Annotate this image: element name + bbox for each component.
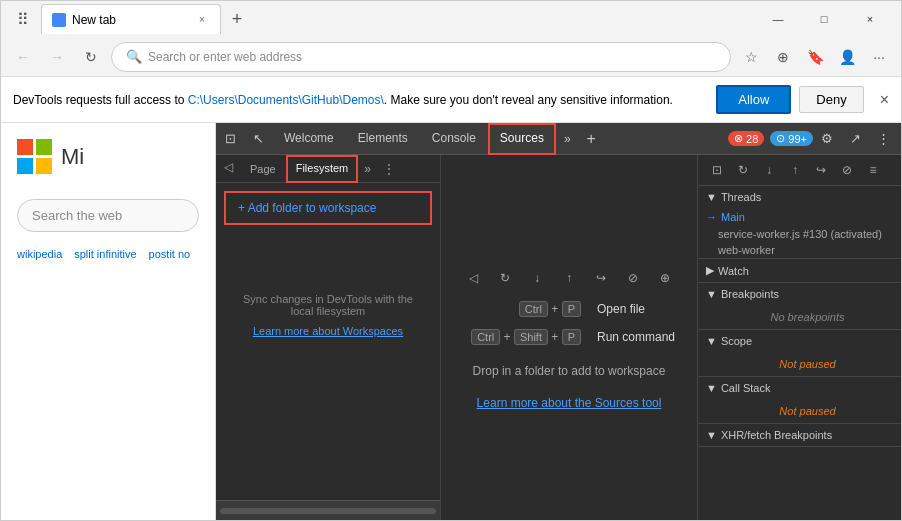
notification-bar: DevTools requests full access to C:\User… — [1, 77, 901, 123]
run-command-label: Run command — [597, 330, 675, 344]
shortcut-open-file: Ctrl + P Open file — [461, 302, 677, 316]
responsive-icon[interactable]: ⊡ — [216, 125, 244, 153]
add-folder-label: + Add folder to workspace — [238, 201, 376, 215]
threads-header[interactable]: ▼ Threads — [698, 186, 901, 208]
sources-extra-icon[interactable]: ⊕ — [653, 266, 677, 290]
logo-green — [36, 139, 52, 155]
quick-link-postit[interactable]: postit no — [149, 248, 191, 260]
sources-pause-icon[interactable]: ⊘ — [621, 266, 645, 290]
deny-button[interactable]: Deny — [799, 86, 863, 113]
search-box[interactable]: Search the web — [17, 199, 199, 232]
page-content: Mi Search the web wikipedia split infini… — [1, 123, 216, 520]
thread-service-worker[interactable]: service-worker.js #130 (activated) — [698, 226, 901, 242]
thread-main[interactable]: → Main — [698, 208, 901, 226]
call-stack-header[interactable]: ▼ Call Stack — [698, 377, 901, 399]
bookmark-icon[interactable]: 🔖 — [801, 43, 829, 71]
devtools-close-icon[interactable]: × — [897, 125, 901, 153]
step-over-button[interactable]: ↻ — [732, 159, 754, 181]
sources-nav-tabs: ◁ Page Filesystem » ⋮ — [216, 155, 440, 183]
forward-button[interactable]: → — [43, 43, 71, 71]
notification-actions: Allow Deny × — [716, 85, 889, 114]
sources-sidebar-toggle[interactable]: ◁ — [461, 266, 485, 290]
step-button[interactable]: ↪ — [810, 159, 832, 181]
tab-favicon — [52, 13, 66, 27]
step-out-button[interactable]: ↑ — [784, 159, 806, 181]
sources-nav-menu[interactable]: ⋮ — [377, 155, 401, 182]
xhr-header[interactable]: ▼ XHR/fetch Breakpoints — [698, 424, 901, 446]
extensions-icon[interactable]: ⠿ — [9, 5, 37, 33]
browser-tab[interactable]: New tab × — [41, 4, 221, 34]
logo-yellow — [36, 158, 52, 174]
sources-nav: ◁ Page Filesystem » ⋮ + Add folder to wo… — [216, 155, 441, 520]
share-icon[interactable]: ↗ — [841, 125, 869, 153]
sources-search-icon[interactable]: ↻ — [493, 266, 517, 290]
browser-window: ⠿ New tab × + — □ × ← → ↻ 🔍 Search or en… — [0, 0, 902, 521]
shortcut-run-command: Ctrl + Shift + P Run command — [461, 330, 677, 344]
warning-count: 99+ — [788, 133, 807, 145]
add-folder-button[interactable]: + Add folder to workspace — [224, 191, 432, 225]
sources-step-icon[interactable]: ↪ — [589, 266, 613, 290]
quick-link-wikipedia[interactable]: wikipedia — [17, 248, 62, 260]
error-icon: ⊗ — [734, 132, 743, 145]
devtools-more-tabs[interactable]: » — [556, 132, 579, 146]
watch-header[interactable]: ▶ Watch — [698, 259, 901, 282]
tab-welcome[interactable]: Welcome — [272, 123, 346, 155]
debugger-toolbar: ⊡ ↻ ↓ ↑ ↪ ⊘ ≡ — [698, 155, 901, 186]
inspect-icon[interactable]: ↖ — [244, 125, 272, 153]
title-bar: ⠿ New tab × + — □ × — [1, 1, 901, 37]
more-button[interactable]: ··· — [865, 43, 893, 71]
refresh-button[interactable]: ↻ — [77, 43, 105, 71]
sources-tab-filesystem[interactable]: Filesystem — [286, 155, 359, 183]
tab-sources[interactable]: Sources — [488, 123, 556, 155]
sources-toolbar: ◁ ↻ ↓ ↑ ↪ ⊘ ⊕ — [461, 266, 677, 290]
tab-group: New tab × + — [41, 4, 251, 34]
notification-close-button[interactable]: × — [880, 91, 889, 109]
sources-up-icon[interactable]: ↑ — [557, 266, 581, 290]
maximize-button[interactable]: □ — [801, 1, 847, 37]
address-placeholder: Search or enter web address — [148, 50, 302, 64]
minimize-button[interactable]: — — [755, 1, 801, 37]
learn-more-link[interactable]: Learn more about the Sources tool — [477, 396, 662, 410]
thread-web-worker[interactable]: web-worker — [698, 242, 901, 258]
new-tab-button[interactable]: + — [223, 5, 251, 33]
tab-elements[interactable]: Elements — [346, 123, 420, 155]
devtools-more-icon[interactable]: ⋮ — [869, 125, 897, 153]
settings-icon[interactable]: ⚙ — [813, 125, 841, 153]
sources-nav-more[interactable]: » — [358, 155, 377, 182]
notification-text: DevTools requests full access to C:\User… — [13, 93, 716, 107]
sources-back-icon[interactable]: ◁ — [216, 155, 240, 179]
error-badge: ⊗ 28 — [728, 131, 764, 146]
sources-tab-page[interactable]: Page — [240, 155, 286, 183]
deactivate-breakpoints-button[interactable]: ⊘ — [836, 159, 858, 181]
threads-section: ▼ Threads → Main service-worker.js #130 … — [698, 186, 901, 259]
breakpoints-chevron: ▼ — [706, 288, 717, 300]
close-button[interactable]: × — [847, 1, 893, 37]
allow-button[interactable]: Allow — [716, 85, 791, 114]
collections-icon[interactable]: ⊕ — [769, 43, 797, 71]
ms-logo-area: Mi — [1, 123, 215, 191]
scope-header[interactable]: ▼ Scope — [698, 330, 901, 352]
favorites-icon[interactable]: ☆ — [737, 43, 765, 71]
p2-key: P — [562, 329, 581, 345]
p-key: P — [562, 301, 581, 317]
tab-console[interactable]: Console — [420, 123, 488, 155]
devtools-badges: ⊗ 28 ⊙ 99+ — [728, 131, 813, 146]
shift-key: Shift — [514, 329, 548, 345]
sources-down-icon[interactable]: ↓ — [525, 266, 549, 290]
step-into-button[interactable]: ↓ — [758, 159, 780, 181]
scope-label: Scope — [721, 335, 752, 347]
breakpoints-header[interactable]: ▼ Breakpoints — [698, 283, 901, 305]
learn-workspaces-link[interactable]: Learn more about Workspaces — [232, 325, 424, 337]
learn-more-wrapper: Learn more about the Sources tool — [461, 396, 677, 410]
back-button[interactable]: ← — [9, 43, 37, 71]
profile-icon[interactable]: 👤 — [833, 43, 861, 71]
devtools-add-tab[interactable]: + — [579, 130, 604, 148]
more-options-button[interactable]: ≡ — [862, 159, 884, 181]
sync-info: Sync changes in DevTools with the local … — [216, 273, 440, 357]
tab-close-button[interactable]: × — [194, 12, 210, 28]
quick-link-split[interactable]: split infinitive — [74, 248, 136, 260]
notification-path: C:\Users\Documents\GitHub\Demos\ — [188, 93, 384, 107]
error-count: 28 — [746, 133, 758, 145]
pause-resume-button[interactable]: ⊡ — [706, 159, 728, 181]
address-input[interactable]: 🔍 Search or enter web address — [111, 42, 731, 72]
